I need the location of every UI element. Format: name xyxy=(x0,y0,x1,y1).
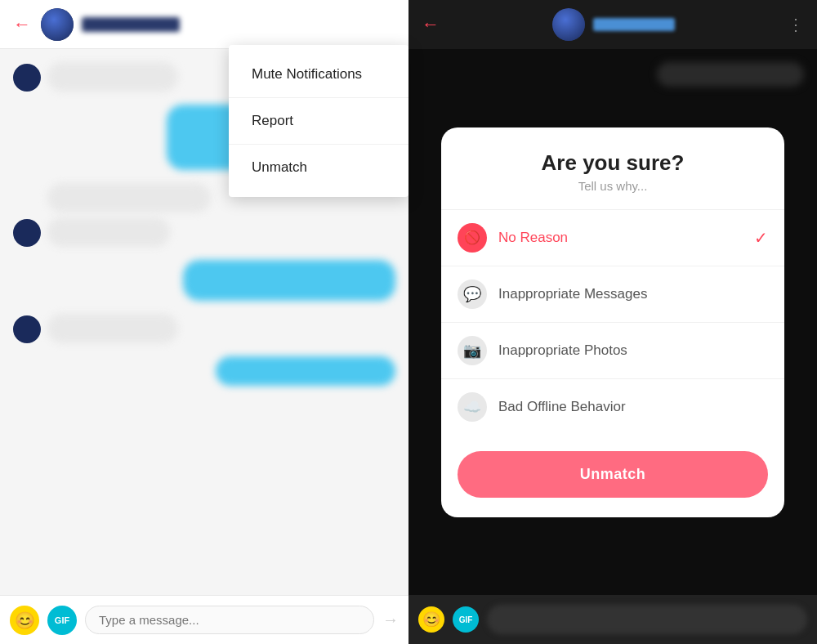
inappropriate-photos-icon: 📷 xyxy=(458,336,487,365)
message-row xyxy=(13,260,395,301)
right-header: ← ⋮ xyxy=(408,0,817,49)
unmatch-modal: Are you sure? Tell us why... 🚫 No Reason… xyxy=(441,127,784,517)
modal-overlay: Are you sure? Tell us why... 🚫 No Reason… xyxy=(408,49,817,595)
message-bubble xyxy=(47,314,178,343)
message-input[interactable] xyxy=(85,606,374,634)
option-label-inappropriate-photos: Inappropriate Photos xyxy=(498,342,627,359)
chat-input-bar: 😊 GIF → xyxy=(0,595,408,644)
modal-subtitle: Tell us why... xyxy=(441,179,784,209)
avatar-image-left xyxy=(41,8,74,41)
message-bubble xyxy=(47,217,170,247)
dark-gif-button[interactable]: GIF xyxy=(453,606,479,633)
option-inappropriate-messages[interactable]: 💬 Inappropriate Messages xyxy=(441,266,784,323)
kebab-menu-button[interactable]: ⋮ xyxy=(788,15,804,34)
check-icon: ✓ xyxy=(754,228,768,248)
dark-chat-input-bar: 😊 GIF xyxy=(408,595,817,644)
option-no-reason[interactable]: 🚫 No Reason ✓ xyxy=(441,210,784,266)
sender-avatar xyxy=(13,315,41,343)
report-item[interactable]: Report xyxy=(229,98,408,145)
send-button[interactable]: → xyxy=(382,610,399,629)
mute-notifications-item[interactable]: Mute Notifications xyxy=(229,51,408,98)
message-row xyxy=(13,356,395,386)
option-inappropriate-photos[interactable]: 📷 Inappropriate Photos xyxy=(441,323,784,379)
unmatch-item[interactable]: Unmatch xyxy=(229,145,408,190)
avatar-right xyxy=(552,8,585,41)
unmatch-confirm-button[interactable]: Unmatch xyxy=(458,451,768,498)
sender-avatar xyxy=(13,64,41,92)
dark-message-input xyxy=(487,605,807,634)
avatar-left xyxy=(41,8,74,41)
bad-offline-icon: ☁️ xyxy=(458,392,487,422)
option-label-inappropriate-messages: Inappropriate Messages xyxy=(498,286,647,302)
username-left xyxy=(82,17,180,32)
inappropriate-messages-icon: 💬 xyxy=(458,280,487,309)
message-bubble xyxy=(47,62,178,92)
avatar-image-right xyxy=(552,8,585,41)
no-reason-icon: 🚫 xyxy=(458,223,487,253)
right-chat-panel: ← ⋮ Are you sure? Tell us why... xyxy=(408,0,817,644)
back-button-right[interactable]: ← xyxy=(422,14,440,35)
emoji-button[interactable]: 😊 xyxy=(10,606,39,635)
message-row xyxy=(13,314,395,343)
option-label-no-reason: No Reason xyxy=(498,230,568,246)
sender-avatar xyxy=(13,219,41,247)
message-bubble xyxy=(47,183,211,212)
message-bubble-sent xyxy=(216,356,395,386)
option-bad-offline-behavior[interactable]: ☁️ Bad Offline Behavior xyxy=(441,379,784,435)
username-right xyxy=(593,18,675,31)
option-label-bad-offline-behavior: Bad Offline Behavior xyxy=(498,399,626,415)
dropdown-menu: Mute Notifications Report Unmatch xyxy=(229,45,408,197)
dark-chat-area: Are you sure? Tell us why... 🚫 No Reason… xyxy=(408,49,817,595)
message-bubble-sent xyxy=(183,260,395,301)
gif-button[interactable]: GIF xyxy=(47,606,77,635)
modal-title: Are you sure? xyxy=(441,127,784,179)
back-button-left[interactable]: ← xyxy=(13,14,31,35)
header-center xyxy=(552,8,675,41)
left-chat-panel: ← Mute Notifications Report Unmatch 🌟 xyxy=(0,0,408,644)
left-header: ← Mute Notifications Report Unmatch xyxy=(0,0,408,49)
dark-emoji-button[interactable]: 😊 xyxy=(418,606,444,633)
